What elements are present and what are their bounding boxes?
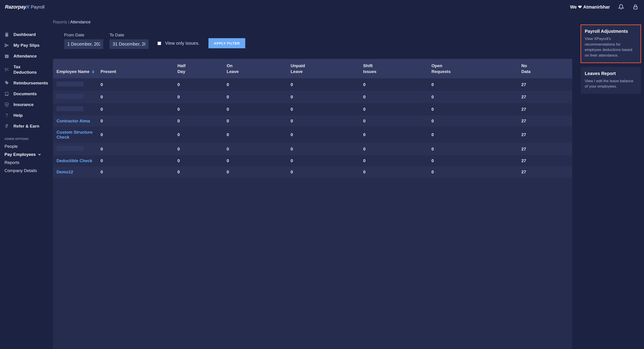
attendance-table-wrap: Employee Name PresentHalfDayOnLeaveUnpai… [53,59,572,349]
panel-card-leaves-report[interactable]: Leaves ReportView / edit the leave balan… [581,67,641,94]
data-cell: 0 [224,155,288,166]
filter-bar: From Date To Date View only issues. APPL… [52,33,572,49]
sidebar-item-label: Help [14,113,23,118]
admin-options-label: ADMIN OPTIONS [0,132,47,142]
from-date-field: From Date [64,33,103,49]
table-row: 00000027 [53,143,572,155]
data-cell: 0 [224,166,288,178]
data-cell: 0 [224,127,288,143]
column-header[interactable]: OpenRequests [429,59,519,78]
sidebar-item-label: Dashboard [14,32,36,37]
data-cell: 0 [224,115,288,127]
tagline-pre: We [570,5,577,10]
data-cell: 0 [175,155,224,166]
data-cell: 0 [429,155,519,166]
data-cell: 0 [288,78,360,91]
sidebar-item-reimbursements[interactable]: Reimbursements [0,78,47,89]
employee-link[interactable]: Custom Structure Check [56,130,92,139]
column-header[interactable]: OnLeave [224,59,288,78]
column-header[interactable]: Present [98,59,175,78]
sidebar-item-my-pay-slips[interactable]: My Pay Slips [0,40,47,51]
to-date-label: To Date [110,33,148,38]
employee-link[interactable]: Contractor Atma [56,119,90,123]
data-cell: 0 [224,143,288,155]
data-cell: 0 [360,91,428,103]
view-only-issues[interactable]: View only issues. [158,41,200,46]
chevron-down-icon [38,153,42,157]
data-cell: 0 [98,143,175,155]
data-cell: 0 [429,91,519,103]
sidebar-item-refer-earn[interactable]: Refer & Earn [0,121,47,132]
column-header[interactable]: HalfDay [175,59,224,78]
sidebar-item-documents[interactable]: Documents [0,89,47,99]
column-header[interactable]: Employee Name [53,59,98,78]
panel-card-title: Leaves Report [585,71,637,76]
lock-icon[interactable] [632,4,638,10]
data-cell: 0 [288,91,360,103]
data-cell: 0 [224,91,288,103]
column-header[interactable]: UnpaidLeave [288,59,360,78]
sidebar-item-insurance[interactable]: Insurance [0,99,47,110]
data-cell: 0 [360,115,428,127]
to-date-input[interactable] [110,39,148,49]
table-row: Custom Structure Check00000027 [53,127,572,143]
sidebar-item-tax-deductions[interactable]: Tax Deductions [0,62,47,78]
sidebar-item-label: Insurance [14,102,34,107]
view-only-issues-checkbox[interactable] [158,42,161,45]
admin-item-pay-employees[interactable]: Pay Employees [0,150,47,159]
from-date-input[interactable] [64,39,103,49]
data-cell: 0 [360,143,428,155]
sidebar-item-dashboard[interactable]: Dashboard [0,29,47,40]
rupee-icon [4,124,10,129]
data-cell: 0 [360,78,428,91]
data-cell: 0 [288,127,360,143]
employee-name-cell[interactable]: Deductible Check [53,155,98,166]
tagline: We ❤ Atmanirbhar [570,4,610,10]
employee-name-cell[interactable]: Demo12 [53,166,98,178]
brand-x: X [26,4,30,10]
plus-minus-icon [4,67,10,72]
apply-filter-button[interactable]: APPLY FILTER [208,38,245,48]
admin-item-people[interactable]: People [0,142,47,150]
heart-icon: ❤ [578,4,582,10]
admin-item-label: Pay Employees [4,152,36,157]
data-cell: 0 [429,166,519,178]
employee-link[interactable]: Deductible Check [56,158,92,163]
data-cell: 0 [98,127,175,143]
admin-item-reports[interactable]: Reports [0,159,47,167]
redacted-name [56,94,84,99]
view-only-issues-label: View only issues. [165,41,200,46]
employee-link[interactable]: Demo12 [56,170,73,174]
data-cell: 0 [429,78,519,91]
data-cell: 0 [360,155,428,166]
admin-item-company-details[interactable]: Company Details [0,167,47,175]
panel-card-desc: View XPayroll's recommendations for empl… [585,36,637,58]
sidebar-item-attendance[interactable]: Attendance [0,51,47,62]
employee-name-cell[interactable]: Contractor Atma [53,115,98,127]
employee-name-cell [53,91,98,103]
panel-card-payroll-adjustments[interactable]: Payroll AdjustmentsView XPayroll's recom… [581,25,641,63]
notifications-icon[interactable] [618,4,624,10]
data-cell: 27 [518,127,572,143]
breadcrumb-parent[interactable]: Reports [53,20,67,24]
column-header[interactable]: NoData [518,59,572,78]
data-cell: 27 [518,143,572,155]
data-cell: 0 [224,78,288,91]
breadcrumb-current: Attendance [70,20,91,24]
sidebar-item-help[interactable]: Help [0,110,47,121]
sidebar: DashboardMy Pay SlipsAttendanceTax Deduc… [0,14,47,349]
brand[interactable]: RazorpayX Payroll [5,4,44,10]
data-cell: 27 [518,103,572,115]
employee-name-cell[interactable]: Custom Structure Check [53,127,98,143]
data-cell: 0 [175,127,224,143]
data-cell: 0 [175,143,224,155]
attendance-table-scroll[interactable]: Employee Name PresentHalfDayOnLeaveUnpai… [53,59,572,349]
data-cell: 27 [518,78,572,91]
question-icon [4,113,10,118]
shield-icon [4,102,10,107]
table-row: 00000027 [53,91,572,103]
column-header[interactable]: ShiftIssues [360,59,428,78]
data-cell: 0 [98,155,175,166]
data-cell: 0 [288,166,360,178]
data-cell: 0 [429,143,519,155]
